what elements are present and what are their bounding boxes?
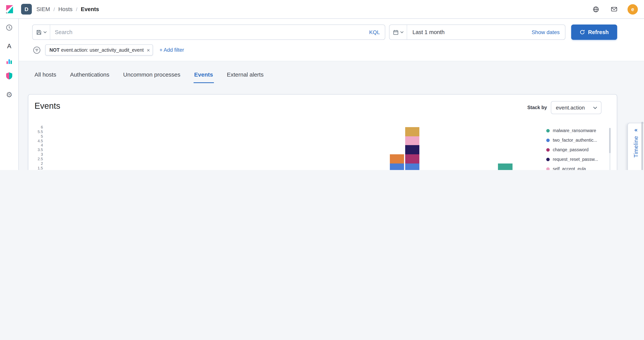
kibana-logo[interactable] bbox=[0, 0, 19, 18]
filter-options-button[interactable] bbox=[32, 45, 42, 55]
y-axis-tick-label: 2.5 bbox=[38, 157, 43, 161]
globe-button[interactable] bbox=[591, 4, 601, 14]
legend-dot bbox=[546, 148, 550, 152]
y-axis-tick-label: 2 bbox=[41, 161, 43, 166]
recently-viewed-button[interactable] bbox=[3, 21, 16, 34]
events-chart-panel: Events Stack by event.action 65.554.543.… bbox=[28, 94, 617, 170]
y-axis-tick-label: 6 bbox=[41, 125, 43, 129]
tab-events[interactable]: Events bbox=[194, 71, 214, 83]
bar-segment bbox=[405, 154, 419, 163]
chevron-down-icon bbox=[400, 31, 404, 33]
filter-circle-icon bbox=[32, 46, 41, 54]
tab-authentications[interactable]: Authentications bbox=[69, 71, 110, 83]
legend-dot bbox=[546, 138, 550, 142]
legend-item[interactable]: request_reset_passw... bbox=[546, 157, 611, 162]
chart-bar[interactable] bbox=[405, 127, 419, 170]
clock-icon bbox=[6, 24, 13, 31]
time-range-value[interactable]: Last 1 month bbox=[407, 29, 445, 35]
hosts-tabs: All hosts Authentications Uncommon proce… bbox=[28, 61, 617, 83]
y-axis-tick-label: 1.5 bbox=[38, 166, 43, 170]
bar-segment bbox=[405, 136, 419, 145]
legend-dot bbox=[546, 129, 550, 132]
legend-label: two_factor_authentic... bbox=[553, 138, 597, 143]
y-axis-tick-label: 4 bbox=[41, 143, 43, 148]
chart-panel-title: Events bbox=[34, 101, 60, 111]
chart-bar[interactable] bbox=[390, 154, 404, 170]
legend-label: change_password bbox=[553, 148, 588, 152]
legend-label: malware_ransomware bbox=[553, 128, 596, 133]
tab-all-hosts[interactable]: All hosts bbox=[34, 71, 57, 83]
kibana-logo-icon bbox=[4, 4, 14, 14]
stack-by-select[interactable]: event.action bbox=[551, 101, 602, 114]
main-content: KQL Last 1 month Show dates bbox=[18, 18, 644, 170]
legend-scrollbar[interactable] bbox=[609, 128, 611, 170]
filter-negate-label: NOT bbox=[50, 47, 60, 53]
bar-segment bbox=[405, 163, 419, 170]
y-axis-tick-label: 3 bbox=[41, 152, 43, 157]
chevron-down-icon bbox=[593, 106, 597, 109]
top-bar: D SIEM / Hosts / Events e bbox=[0, 0, 644, 19]
visualize-app-button[interactable] bbox=[3, 55, 16, 68]
topbar-actions: e bbox=[591, 4, 644, 14]
kql-button[interactable]: KQL bbox=[364, 29, 385, 35]
bar-segment bbox=[390, 163, 404, 170]
refresh-button[interactable]: Refresh bbox=[571, 24, 617, 40]
legend-scrollbar-thumb[interactable] bbox=[609, 128, 611, 153]
refresh-label: Refresh bbox=[588, 29, 609, 35]
search-input[interactable] bbox=[50, 25, 364, 39]
date-picker-button[interactable] bbox=[390, 25, 407, 39]
save-query-button[interactable] bbox=[32, 25, 50, 39]
mail-button[interactable] bbox=[609, 4, 619, 14]
save-icon bbox=[36, 29, 42, 35]
siem-app-button[interactable] bbox=[3, 69, 16, 82]
globe-icon bbox=[592, 6, 599, 12]
show-dates-button[interactable]: Show dates bbox=[532, 29, 565, 35]
breadcrumb-hosts[interactable]: Hosts bbox=[58, 6, 72, 12]
hosts-content: All hosts Authentications Uncommon proce… bbox=[18, 61, 644, 170]
breadcrumb: SIEM / Hosts / Events bbox=[36, 6, 99, 12]
date-picker: Last 1 month Show dates bbox=[389, 24, 566, 40]
chevron-down-icon bbox=[43, 31, 46, 33]
breadcrumb-current-page: Events bbox=[81, 6, 99, 12]
legend-item[interactable]: self_accept_eula bbox=[546, 166, 611, 170]
bar-segment bbox=[405, 127, 419, 136]
events-bar-chart: 65.554.543.532.521.510.50 2020-01-232020… bbox=[34, 127, 611, 170]
bar-segment bbox=[498, 163, 512, 170]
filter-bar: NOT event.action: user_activity_audit_ev… bbox=[32, 44, 617, 55]
letter-a-icon: A bbox=[7, 42, 11, 50]
y-axis-tick-label: 5.5 bbox=[38, 130, 43, 134]
y-axis-tick-label: 4.5 bbox=[38, 139, 43, 143]
legend-label: self_accept_eula bbox=[553, 167, 586, 170]
shield-icon bbox=[6, 72, 13, 80]
timeline-label: Timeline bbox=[633, 136, 639, 158]
app-a-button[interactable]: A bbox=[3, 39, 16, 52]
user-avatar[interactable]: e bbox=[628, 4, 638, 14]
breadcrumb-siem[interactable]: SIEM bbox=[36, 6, 50, 12]
legend-item[interactable]: two_factor_authentic... bbox=[546, 138, 611, 143]
page-scrollbar-thumb[interactable] bbox=[641, 122, 643, 170]
chart-bar[interactable] bbox=[498, 163, 512, 170]
space-avatar[interactable]: D bbox=[21, 4, 32, 14]
bar-segment bbox=[390, 154, 404, 163]
chart-plot-area bbox=[48, 127, 544, 170]
kibana-siem-page: D SIEM / Hosts / Events e bbox=[0, 0, 644, 170]
gear-icon: ⚙ bbox=[6, 91, 12, 98]
stack-by-control: Stack by event.action bbox=[527, 101, 602, 114]
tab-uncommon-processes[interactable]: Uncommon processes bbox=[122, 71, 181, 83]
tab-external-alerts[interactable]: External alerts bbox=[226, 71, 264, 83]
y-axis-tick-label: 3.5 bbox=[38, 148, 43, 152]
filter-pill[interactable]: NOT event.action: user_activity_audit_ev… bbox=[45, 44, 153, 55]
stack-by-value: event.action bbox=[556, 105, 585, 111]
legend-label: request_reset_passw... bbox=[553, 157, 598, 162]
bar-chart-icon bbox=[6, 58, 13, 65]
y-axis: 65.554.543.532.521.510.50 bbox=[34, 127, 48, 170]
management-button[interactable]: ⚙ bbox=[3, 88, 16, 101]
legend-item[interactable]: malware_ransomware bbox=[546, 128, 611, 133]
refresh-icon bbox=[580, 29, 585, 35]
add-filter-button[interactable]: + Add filter bbox=[160, 47, 184, 53]
stack-by-label: Stack by bbox=[527, 105, 547, 110]
filter-pill-label: event.action: user_activity_audit_event bbox=[61, 47, 144, 53]
remove-filter-icon[interactable]: × bbox=[147, 47, 150, 53]
legend-item[interactable]: change_password bbox=[546, 147, 611, 152]
breadcrumb-separator: / bbox=[76, 6, 77, 12]
